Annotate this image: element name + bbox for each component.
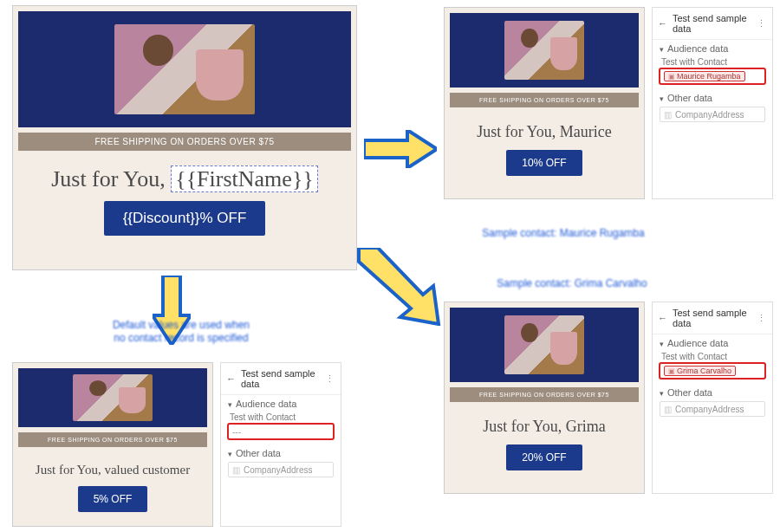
chevron-down-icon: ▾ xyxy=(660,94,664,103)
hero-photo xyxy=(504,315,584,373)
panel-title: Test send sample data xyxy=(673,13,751,34)
building-icon: ▥ xyxy=(664,405,672,414)
more-icon[interactable]: ⋮ xyxy=(757,18,767,29)
hero-banner xyxy=(18,368,207,427)
hero-photo xyxy=(504,21,584,79)
building-icon: ▥ xyxy=(232,465,240,475)
headline: Just for You, Grima xyxy=(448,418,640,436)
shipping-banner: FREE SHIPPING ON ORDERS OVER $75 xyxy=(18,432,207,447)
section-audience[interactable]: ▾Audience data xyxy=(221,395,341,411)
contact-field[interactable]: --- xyxy=(228,424,334,439)
contact-field[interactable]: Grima Carvalho xyxy=(660,363,765,379)
panel-title: Test send sample data xyxy=(673,308,751,328)
cta-button[interactable]: 20% OFF xyxy=(506,444,582,470)
preview-grima: FREE SHIPPING ON ORDERS OVER $75 Just fo… xyxy=(444,302,645,494)
back-icon[interactable]: ← xyxy=(226,373,236,384)
sample-data-panel-default: ← Test send sample data ⋮ ▾Audience data… xyxy=(220,362,341,527)
company-address-label: CompanyAddress xyxy=(244,465,312,475)
cta-button-template[interactable]: {{Discount}}% OFF xyxy=(104,201,266,236)
annotation-maurice: Sample contact: Maurice Rugamba xyxy=(451,227,676,240)
chevron-down-icon: ▾ xyxy=(660,45,664,54)
annotation-grima: Sample contact: Grima Carvalho xyxy=(459,277,685,290)
label-test-with-contact: Test with Contact xyxy=(653,55,772,67)
company-address-field[interactable]: ▥ CompanyAddress xyxy=(660,107,765,122)
company-address-label: CompanyAddress xyxy=(675,405,744,414)
contact-field[interactable]: Maurice Rugamba xyxy=(660,68,765,84)
chevron-down-icon: ▾ xyxy=(228,400,232,409)
annotation-default: Default values are used when no contact … xyxy=(81,319,281,345)
preview-maurice: FREE SHIPPING ON ORDERS OVER $75 Just fo… xyxy=(444,7,645,199)
section-audience[interactable]: ▾Audience data xyxy=(653,40,772,55)
headline: Just for You, {{FirstName}} xyxy=(16,166,353,192)
back-icon[interactable]: ← xyxy=(658,18,667,29)
hero-photo xyxy=(114,24,254,115)
contact-empty: --- xyxy=(232,427,241,437)
chevron-down-icon: ▾ xyxy=(660,389,664,398)
shipping-banner: FREE SHIPPING ON ORDERS OVER $75 xyxy=(450,387,639,402)
discount-token: {{Discount}} xyxy=(123,210,200,226)
contact-pill[interactable]: Maurice Rugamba xyxy=(664,71,745,81)
arrow-diag-to-grima xyxy=(355,248,442,326)
hero-banner xyxy=(450,308,639,382)
label-test-with-contact: Test with Contact xyxy=(221,411,341,422)
label-test-with-contact: Test with Contact xyxy=(653,350,772,361)
sample-data-panel-maurice: ← Test send sample data ⋮ ▾Audience data… xyxy=(652,7,773,199)
back-icon[interactable]: ← xyxy=(658,313,667,323)
company-address-field[interactable]: ▥ CompanyAddress xyxy=(660,401,765,417)
building-icon: ▥ xyxy=(664,110,672,120)
section-other[interactable]: ▾Other data xyxy=(653,384,772,399)
company-address-label: CompanyAddress xyxy=(675,110,744,120)
hero-photo xyxy=(73,374,153,420)
more-icon[interactable]: ⋮ xyxy=(757,313,767,324)
shipping-banner: FREE SHIPPING ON ORDERS OVER $75 xyxy=(450,93,639,107)
cta-suffix: % OFF xyxy=(200,210,247,226)
chevron-down-icon: ▾ xyxy=(228,450,232,458)
more-icon[interactable]: ⋮ xyxy=(325,373,335,385)
arrow-right-to-maurice xyxy=(364,130,437,168)
section-audience[interactable]: ▾Audience data xyxy=(653,334,772,350)
headline: Just for You, Maurice xyxy=(448,123,640,141)
svg-marker-0 xyxy=(364,130,437,168)
headline-prefix: Just for You, xyxy=(51,166,171,191)
hero-banner xyxy=(450,13,639,88)
contact-pill[interactable]: Grima Carvalho xyxy=(664,366,736,376)
shipping-banner: FREE SHIPPING ON ORDERS OVER $75 xyxy=(18,133,351,151)
headline: Just for You, valued customer xyxy=(16,463,209,477)
chevron-down-icon: ▾ xyxy=(660,340,664,348)
company-address-field[interactable]: ▥ CompanyAddress xyxy=(228,462,334,477)
preview-default: FREE SHIPPING ON ORDERS OVER $75 Just fo… xyxy=(12,362,213,527)
section-other[interactable]: ▾Other data xyxy=(653,89,772,105)
svg-marker-1 xyxy=(359,248,439,324)
cta-button[interactable]: 10% OFF xyxy=(506,150,582,176)
cta-button[interactable]: 5% OFF xyxy=(78,486,148,512)
sample-data-panel-grima: ← Test send sample data ⋮ ▾Audience data… xyxy=(652,302,773,494)
panel-title: Test send sample data xyxy=(241,368,320,389)
section-other[interactable]: ▾Other data xyxy=(221,444,341,460)
hero-banner xyxy=(18,11,351,127)
template-card: FREE SHIPPING ON ORDERS OVER $75 Just fo… xyxy=(12,5,357,270)
firstname-token[interactable]: {{FirstName}} xyxy=(171,165,318,192)
